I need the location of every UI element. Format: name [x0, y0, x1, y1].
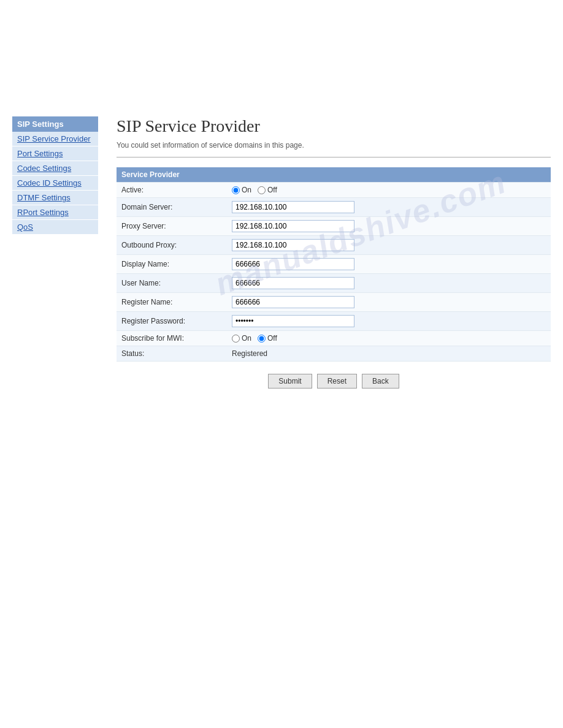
status-value: Registered: [227, 346, 551, 362]
domain-server-value-col: [227, 198, 551, 217]
active-label: Active:: [117, 183, 227, 198]
sidebar: SIP Settings SIP Service Provider Port S…: [12, 116, 98, 389]
table-row-register-name: Register Name:: [117, 293, 551, 312]
subscribe-mwi-on-label[interactable]: On: [232, 334, 251, 343]
sidebar-item-port-settings[interactable]: Port Settings: [12, 146, 98, 161]
active-value-col: On Off: [227, 183, 551, 198]
register-password-value-col: [227, 312, 551, 331]
active-on-radio[interactable]: [232, 186, 240, 194]
page-description: You could set information of service dom…: [117, 141, 551, 150]
subscribe-mwi-off-radio[interactable]: [258, 335, 266, 343]
subscribe-mwi-on-radio[interactable]: [232, 335, 240, 343]
register-password-label: Register Password:: [117, 312, 227, 331]
proxy-server-value-col: [227, 217, 551, 236]
register-name-input[interactable]: [232, 296, 354, 308]
register-password-input[interactable]: [232, 315, 354, 327]
outbound-proxy-label: Outbound Proxy:: [117, 236, 227, 255]
sidebar-item-codec-id-settings[interactable]: Codec ID Settings: [12, 176, 98, 191]
table-row-register-password: Register Password:: [117, 312, 551, 331]
subscribe-mwi-off-text: Off: [267, 334, 277, 343]
table-row-outbound-proxy: Outbound Proxy:: [117, 236, 551, 255]
table-row-status: Status: Registered: [117, 346, 551, 362]
subscribe-mwi-on-text: On: [242, 334, 251, 343]
subscribe-mwi-label: Subscribe for MWI:: [117, 331, 227, 346]
table-row-active: Active: On Off: [117, 183, 551, 198]
register-name-label: Register Name:: [117, 293, 227, 312]
user-name-label: User Name:: [117, 274, 227, 293]
proxy-server-label: Proxy Server:: [117, 217, 227, 236]
active-on-text: On: [242, 186, 251, 194]
sidebar-item-dtmf-settings[interactable]: DTMF Settings: [12, 191, 98, 205]
user-name-input[interactable]: [232, 277, 354, 289]
reset-button[interactable]: Reset: [317, 374, 357, 389]
user-name-value-col: [227, 274, 551, 293]
subscribe-mwi-off-label[interactable]: Off: [258, 334, 277, 343]
active-off-label[interactable]: Off: [258, 186, 277, 194]
active-on-label[interactable]: On: [232, 186, 251, 194]
divider: [117, 157, 551, 157]
main-content: SIP Service Provider You could set infor…: [117, 116, 551, 389]
active-off-radio[interactable]: [258, 186, 266, 194]
domain-server-input[interactable]: [232, 201, 354, 213]
back-button[interactable]: Back: [362, 374, 399, 389]
display-name-value-col: [227, 255, 551, 274]
table-header: Service Provider: [117, 167, 551, 183]
proxy-server-input[interactable]: [232, 220, 354, 232]
active-radio-group: On Off: [232, 186, 546, 194]
table-row-user-name: User Name:: [117, 274, 551, 293]
active-off-text: Off: [267, 186, 277, 194]
settings-table: Service Provider Active: On: [117, 167, 551, 362]
table-row-domain-server: Domain Server:: [117, 198, 551, 217]
table-row-proxy-server: Proxy Server:: [117, 217, 551, 236]
subscribe-mwi-value-col: On Off: [227, 331, 551, 346]
submit-button[interactable]: Submit: [268, 374, 312, 389]
table-row-display-name: Display Name:: [117, 255, 551, 274]
table-row-subscribe-mwi: Subscribe for MWI: On Off: [117, 331, 551, 346]
sidebar-item-rport-settings[interactable]: RPort Settings: [12, 205, 98, 220]
register-name-value-col: [227, 293, 551, 312]
button-row: Submit Reset Back: [117, 374, 551, 389]
sidebar-item-codec-settings[interactable]: Codec Settings: [12, 161, 98, 176]
sidebar-item-sip-service-provider[interactable]: SIP Service Provider: [12, 132, 98, 146]
display-name-label: Display Name:: [117, 255, 227, 274]
display-name-input[interactable]: [232, 258, 354, 270]
page-title: SIP Service Provider: [117, 116, 551, 136]
outbound-proxy-input[interactable]: [232, 239, 354, 251]
sidebar-header: SIP Settings: [12, 116, 98, 132]
sidebar-item-qos[interactable]: QoS: [12, 220, 98, 235]
domain-server-label: Domain Server:: [117, 198, 227, 217]
outbound-proxy-value-col: [227, 236, 551, 255]
layout: SIP Settings SIP Service Provider Port S…: [12, 116, 551, 389]
subscribe-mwi-radio-group: On Off: [232, 334, 546, 343]
page-wrapper: manualdshive.com SIP Settings SIP Servic…: [0, 0, 563, 728]
status-label: Status:: [117, 346, 227, 362]
